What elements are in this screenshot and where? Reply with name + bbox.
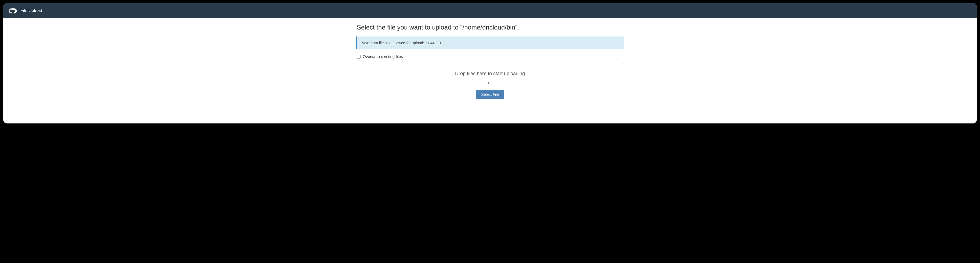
cpanel-logo-icon [9,6,17,15]
info-message-box: Maximum file size allowed for upload: 11… [356,36,624,49]
dropzone-or-text: or [361,80,619,85]
info-message-text: Maximum file size allowed for upload: 11… [361,41,441,45]
overwrite-checkbox[interactable] [357,55,361,59]
overwrite-row: Overwrite existing files [356,54,624,59]
header-bar: File Upload [3,3,977,18]
overwrite-label[interactable]: Overwrite existing files [363,54,403,59]
content-area: Select the file you want to upload to “/… [356,18,624,124]
select-file-button[interactable]: Select File [476,90,504,99]
page-heading: Select the file you want to upload to “/… [356,24,624,31]
window-frame: File Upload Select the file you want to … [3,3,977,124]
page-title: File Upload [21,8,42,13]
dropzone-drop-text: Drop files here to start uploading [361,71,619,76]
file-dropzone[interactable]: Drop files here to start uploading or Se… [356,63,624,107]
